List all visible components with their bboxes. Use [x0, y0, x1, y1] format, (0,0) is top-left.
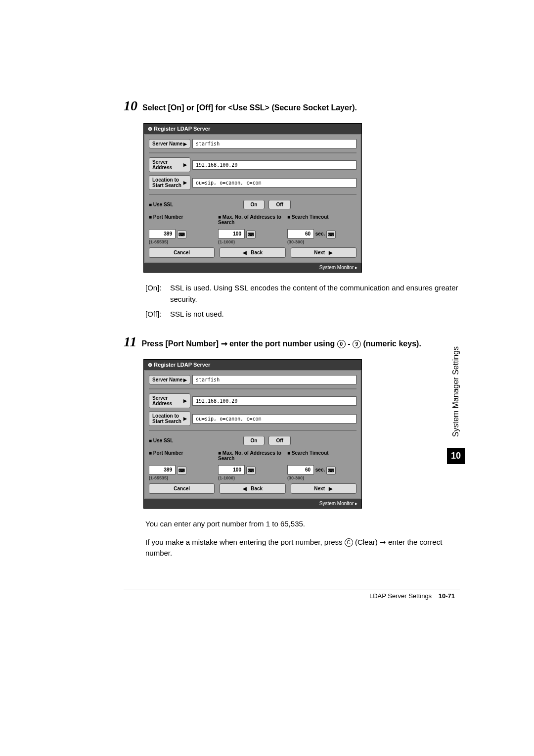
- use-ssl-label: ■ Use SSL: [149, 438, 173, 443]
- ldap-screenshot-1: ⊛ Register LDAP Server Server Name▶ star…: [143, 123, 362, 273]
- chevron-right-icon: ▶: [183, 142, 187, 146]
- chevron-right-icon: ▶: [183, 416, 187, 421]
- back-button[interactable]: ◀ Back: [220, 247, 285, 258]
- port-number-input[interactable]: 389: [149, 465, 176, 474]
- dialog-title: ⊛ Register LDAP Server: [144, 124, 361, 134]
- chapter-tab: System Manager Settings 10: [447, 346, 465, 464]
- server-address-value: 192.168.100.20: [192, 160, 356, 170]
- location-button[interactable]: Location to Start Search▶: [149, 411, 190, 426]
- step-number: 10: [124, 99, 137, 113]
- use-ssl-label: ■ Use SSL: [149, 202, 173, 207]
- keypad-icon: ⌨: [326, 231, 336, 238]
- divider: [149, 388, 356, 389]
- search-timeout-label: ■ Search Timeout: [287, 214, 356, 225]
- step-number: 11: [124, 335, 136, 349]
- cancel-button[interactable]: Cancel: [149, 247, 215, 258]
- divider: [149, 430, 356, 431]
- dialog-body: Server Name▶ starfish Server Address▶ 19…: [144, 134, 361, 263]
- timeout-range: (30-300): [287, 475, 356, 480]
- step-10-description: [On]: SSL is used. Using SSL encodes the…: [145, 283, 460, 320]
- step-11-body-2: If you make a mistake when entering the …: [145, 537, 460, 559]
- divider: [149, 152, 356, 153]
- step-text: Press [Port Number] ➞ enter the port num…: [141, 338, 421, 349]
- numeric-key-9-icon: 9: [353, 340, 361, 348]
- next-button[interactable]: Next ▶: [291, 483, 356, 494]
- location-button[interactable]: Location to Start Search▶: [149, 175, 190, 190]
- port-number-input[interactable]: 389: [149, 229, 176, 238]
- keypad-icon: ⌨: [326, 467, 336, 474]
- desc-off-key: [Off]:: [145, 309, 170, 320]
- chevron-right-icon: ▸: [355, 265, 357, 270]
- chevron-right-icon: ▶: [183, 180, 187, 185]
- keypad-icon: ⌨: [177, 231, 186, 238]
- port-range: (1-65535): [149, 475, 218, 480]
- max-range: (1-1000): [218, 475, 287, 480]
- cancel-button[interactable]: Cancel: [149, 483, 215, 494]
- divider: [149, 194, 356, 195]
- timeout-range: (30-300): [287, 239, 356, 244]
- server-name-value: starfish: [192, 375, 356, 384]
- chevron-right-icon: ▶: [183, 398, 187, 403]
- system-monitor-button[interactable]: System Monitor ▸: [144, 263, 361, 272]
- timeout-input[interactable]: 60: [287, 465, 314, 474]
- timeout-unit: sec.: [315, 231, 325, 236]
- location-value: ou=sip, o=canon, c=com: [192, 178, 356, 188]
- step-11-heading: 11 Press [Port Number] ➞ enter the port …: [124, 335, 460, 349]
- step-11-body-1: You can enter any port number from 1 to …: [145, 519, 460, 530]
- ssl-off-button[interactable]: Off: [268, 436, 290, 445]
- chapter-label: System Manager Settings: [451, 346, 460, 437]
- port-range: (1-65535): [149, 239, 218, 244]
- system-monitor-button[interactable]: System Monitor ▸: [144, 499, 361, 508]
- max-addresses-input[interactable]: 100: [218, 229, 245, 238]
- timeout-input[interactable]: 60: [287, 229, 314, 238]
- port-number-label: ■ Port Number: [149, 214, 218, 225]
- max-addresses-input[interactable]: 100: [218, 465, 245, 474]
- server-name-value: starfish: [192, 139, 356, 148]
- ssl-on-button[interactable]: On: [243, 436, 265, 445]
- step-text: Select [On] or [Off] for <Use SSL> (Secu…: [142, 102, 357, 113]
- server-name-button[interactable]: Server Name▶: [149, 139, 190, 148]
- desc-on-key: [On]:: [145, 283, 170, 305]
- back-button[interactable]: ◀ Back: [220, 483, 285, 494]
- max-addresses-label: ■ Max. No. of Addresses to Search: [218, 450, 287, 461]
- server-name-button[interactable]: Server Name▶: [149, 375, 190, 384]
- chevron-right-icon: ▸: [355, 501, 357, 506]
- chapter-number: 10: [447, 448, 465, 464]
- max-range: (1-1000): [218, 239, 287, 244]
- max-addresses-label: ■ Max. No. of Addresses to Search: [218, 214, 287, 225]
- desc-on-val: SSL is used. Using SSL encodes the conte…: [170, 283, 460, 305]
- numeric-key-0-icon: 0: [337, 340, 346, 348]
- desc-off-val: SSL is not used.: [170, 309, 460, 320]
- keypad-icon: ⌨: [246, 467, 256, 474]
- server-address-button[interactable]: Server Address▶: [149, 157, 190, 172]
- step-10-heading: 10 Select [On] or [Off] for <Use SSL> (S…: [124, 99, 460, 113]
- dialog-body: Server Name▶ starfish Server Address▶ 19…: [144, 370, 361, 499]
- ssl-off-button[interactable]: Off: [268, 200, 290, 209]
- next-button[interactable]: Next ▶: [291, 247, 356, 258]
- chevron-right-icon: ▶: [183, 378, 187, 382]
- footer-section: LDAP Server Settings: [369, 592, 432, 600]
- port-number-label: ■ Port Number: [149, 450, 218, 461]
- dialog-title: ⊛ Register LDAP Server: [144, 360, 361, 370]
- keypad-icon: ⌨: [246, 231, 256, 238]
- server-address-value: 192.168.100.20: [192, 396, 356, 406]
- server-address-button[interactable]: Server Address▶: [149, 393, 190, 408]
- footer-page-number: 10-71: [439, 592, 455, 600]
- ldap-screenshot-2: ⊛ Register LDAP Server Server Name▶ star…: [143, 359, 362, 509]
- keypad-icon: ⌨: [177, 467, 186, 474]
- clear-key-icon: C: [345, 538, 353, 547]
- chevron-right-icon: ▶: [183, 162, 187, 167]
- page-footer: LDAP Server Settings 10-71: [124, 589, 460, 600]
- timeout-unit: sec.: [315, 467, 325, 472]
- location-value: ou=sip, o=canon, c=com: [192, 414, 356, 424]
- search-timeout-label: ■ Search Timeout: [287, 450, 356, 461]
- ssl-on-button[interactable]: On: [243, 200, 265, 209]
